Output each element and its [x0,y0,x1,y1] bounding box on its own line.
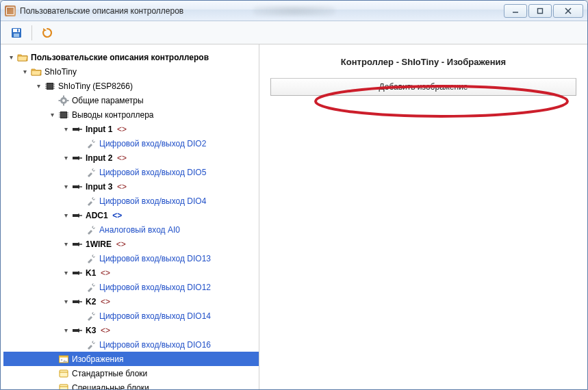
titlebar-blur [253,5,335,16]
add-image-label: Добавить изображение [379,82,468,92]
tree-pin[interactable]: ▾Input 2 <> [3,151,259,165]
save-button[interactable] [8,24,25,42]
svg-rect-17 [63,95,64,97]
folder-open-icon [17,52,28,63]
tree-spec-blocks[interactable]: ▾ Специальные блоки [3,380,259,389]
refresh-button[interactable] [38,24,56,42]
tree-pins[interactable]: ▾ Выводы контроллера [3,107,259,122]
chevron-down-icon[interactable]: ▾ [47,110,57,120]
tree-pin-sub[interactable]: ▾Цифровой вход/выход DIO13 [3,251,259,265]
chevron-down-icon[interactable]: ▾ [34,81,43,91]
svg-rect-40 [73,214,78,217]
tree-images[interactable]: ▾ Изображения [3,352,259,366]
tree-pin-sub[interactable]: ▾Цифровой вход/выход DIO14 [3,309,259,323]
tree-images-label: Изображения [72,354,123,364]
tree-pin[interactable]: ▾ADC1 <> [3,208,259,222]
svg-point-39 [93,197,94,198]
tool-icon [86,196,97,207]
svg-rect-52 [73,300,78,303]
svg-rect-41 [78,213,79,217]
chevron-down-icon[interactable]: ▾ [61,153,71,163]
tree-pin-sub[interactable]: ▾Аналоговый вход AI0 [3,222,259,237]
pin-icon [72,153,83,164]
tree-pin-label: K3 <> [86,326,110,335]
tree-spec-label: Специальные блоки [72,383,149,390]
window: Пользовательские описания контроллеров [0,0,588,390]
svg-rect-1 [538,8,543,13]
tree-pin-label: Input 3 <> [86,182,127,192]
toolbar [1,21,587,44]
tree-pin[interactable]: ▾Input 3 <> [3,179,259,194]
detail-pane: Контроллер - ShIoTiny - Изображения Доба… [259,44,587,389]
svg-rect-36 [73,185,78,188]
svg-rect-20 [67,100,69,101]
svg-point-35 [93,168,94,170]
svg-rect-53 [78,300,79,303]
tree-pin-sub-label: Цифровой вход/выход DIO12 [99,283,211,292]
folder-open-icon [31,66,42,77]
tree-pin-label: K1 <> [86,268,110,278]
titlebar[interactable]: Пользовательские описания контроллеров [1,1,587,21]
window-controls [504,4,583,18]
pin-icon [72,210,83,221]
tree-pin-sub[interactable]: ▾Цифровой вход/выход DIO5 [3,165,259,179]
svg-rect-56 [73,329,78,332]
app-icon [5,5,16,16]
maximize-button[interactable] [528,4,552,18]
pin-icon [72,268,83,278]
tree-pin[interactable]: ▾K3 <> [3,323,259,337]
pin-icon [72,124,83,135]
svg-rect-19 [59,100,61,101]
tree-pin-sub-label: Цифровой вход/выход DIO13 [99,254,211,263]
minimize-button[interactable] [504,4,527,18]
svg-point-16 [62,99,65,102]
chevron-down-icon[interactable]: ▾ [61,268,71,278]
chevron-down-icon[interactable]: ▾ [61,326,71,335]
pin-icon [72,325,83,336]
chevron-down-icon[interactable]: ▾ [61,239,71,249]
chevron-down-icon[interactable]: ▾ [61,297,71,307]
chevron-down-icon[interactable]: ▾ [6,53,16,62]
svg-rect-44 [73,243,78,246]
tree-pin-sub[interactable]: ▾Цифровой вход/выход DIO16 [3,337,259,352]
chevron-down-icon[interactable]: ▾ [61,211,71,220]
block-icon [58,382,69,390]
svg-rect-8 [47,83,53,89]
tree-pane[interactable]: ▾ Пользовательские описания контроллеров… [1,44,259,389]
tree-pin-label: Input 2 <> [86,153,127,163]
tree-pin[interactable]: ▾1WIRE <> [3,237,259,251]
chevron-down-icon[interactable]: ▾ [20,67,29,77]
add-image-button[interactable]: Добавить изображение [270,78,576,96]
tree[interactable]: ▾ Пользовательские описания контроллеров… [3,50,259,389]
tree-pins-label: Выводы контроллера [72,110,154,120]
tool-icon [86,224,97,235]
tree-pin[interactable]: ▾Input 1 <> [3,122,259,136]
tree-pin-sub[interactable]: ▾Цифровой вход/выход DIO2 [3,136,259,151]
tree-controller[interactable]: ▾ ShIoTiny (ESP8266) [3,79,259,93]
tree-root[interactable]: ▾ Пользовательские описания контроллеров [3,50,259,64]
tool-icon [86,339,97,350]
tree-pin[interactable]: ▾K1 <> [3,265,259,280]
svg-point-62 [61,359,63,361]
tree-pin-sub[interactable]: ▾Цифровой вход/выход DIO12 [3,280,259,294]
tree-std-blocks[interactable]: ▾ Стандартные блоки [3,366,259,380]
svg-rect-63 [60,370,68,377]
content: ▾ Пользовательские описания контроллеров… [1,44,587,389]
close-button[interactable] [553,4,583,18]
tool-icon [86,138,97,149]
chevron-down-icon[interactable]: ▾ [61,125,71,134]
tree-pin-sub[interactable]: ▾Цифровой вход/выход DIO4 [3,194,259,208]
svg-point-59 [93,341,94,342]
pin-icon [72,239,83,250]
tree-pin[interactable]: ▾K2 <> [3,294,259,309]
window-title: Пользовательские описания контроллеров [20,6,183,16]
svg-rect-33 [78,156,79,159]
tree-general-params[interactable]: ▾ Общие параметры [3,93,259,107]
chevron-down-icon[interactable]: ▾ [61,182,71,192]
tool-icon [86,167,97,178]
tool-icon [86,282,97,293]
svg-rect-28 [73,128,78,131]
tree-shiotiny[interactable]: ▾ ShIoTiny [3,64,259,79]
tree-pin-sub-label: Цифровой вход/выход DIO16 [99,340,211,350]
gear-icon [58,95,69,106]
